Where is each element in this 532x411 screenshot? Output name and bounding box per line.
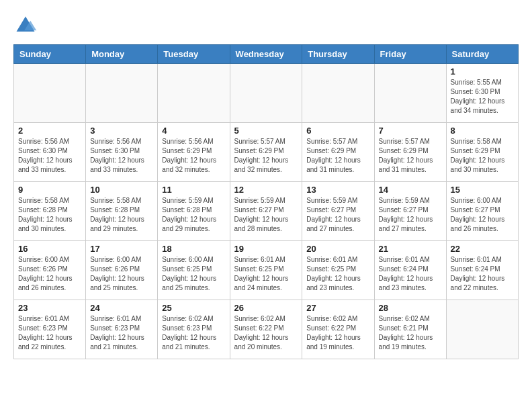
day-info: Sunrise: 6:01 AM Sunset: 6:24 PM Dayligh…	[379, 255, 442, 293]
day-number: 15	[451, 185, 514, 195]
logo-icon	[13, 13, 38, 38]
day-number: 20	[306, 244, 369, 254]
calendar-cell: 5Sunrise: 5:57 AM Sunset: 6:29 PM Daylig…	[230, 123, 302, 182]
day-info: Sunrise: 6:00 AM Sunset: 6:26 PM Dayligh…	[90, 255, 153, 293]
day-number: 7	[379, 126, 442, 136]
day-number: 16	[18, 244, 81, 254]
calendar-week-row-1: 1Sunrise: 5:55 AM Sunset: 6:30 PM Daylig…	[14, 64, 519, 123]
calendar-cell: 2Sunrise: 5:56 AM Sunset: 6:30 PM Daylig…	[14, 123, 86, 182]
day-number: 19	[234, 244, 298, 254]
day-info: Sunrise: 6:00 AM Sunset: 6:25 PM Dayligh…	[162, 255, 225, 293]
calendar-cell: 10Sunrise: 5:58 AM Sunset: 6:28 PM Dayli…	[86, 182, 158, 241]
calendar-cell	[446, 300, 518, 359]
day-info: Sunrise: 6:01 AM Sunset: 6:23 PM Dayligh…	[90, 314, 153, 352]
day-number: 11	[162, 185, 225, 195]
calendar-cell: 16Sunrise: 6:00 AM Sunset: 6:26 PM Dayli…	[14, 241, 86, 300]
day-info: Sunrise: 5:56 AM Sunset: 6:29 PM Dayligh…	[162, 137, 225, 175]
day-info: Sunrise: 5:59 AM Sunset: 6:27 PM Dayligh…	[234, 196, 298, 234]
day-number: 4	[162, 126, 225, 136]
day-number: 14	[379, 185, 442, 195]
day-info: Sunrise: 5:56 AM Sunset: 6:30 PM Dayligh…	[90, 137, 153, 175]
calendar-cell	[374, 64, 446, 123]
calendar-cell: 13Sunrise: 5:59 AM Sunset: 6:27 PM Dayli…	[302, 182, 374, 241]
calendar-cell: 27Sunrise: 6:02 AM Sunset: 6:22 PM Dayli…	[302, 300, 374, 359]
day-info: Sunrise: 5:59 AM Sunset: 6:27 PM Dayligh…	[306, 196, 369, 234]
calendar-cell: 25Sunrise: 6:02 AM Sunset: 6:23 PM Dayli…	[158, 300, 230, 359]
calendar-cell: 1Sunrise: 5:55 AM Sunset: 6:30 PM Daylig…	[446, 64, 518, 123]
day-number: 6	[306, 126, 369, 136]
calendar-week-row-5: 23Sunrise: 6:01 AM Sunset: 6:23 PM Dayli…	[14, 300, 519, 359]
day-info: Sunrise: 5:59 AM Sunset: 6:28 PM Dayligh…	[162, 196, 225, 234]
calendar-cell: 24Sunrise: 6:01 AM Sunset: 6:23 PM Dayli…	[86, 300, 158, 359]
weekday-header-sunday: Sunday	[14, 45, 86, 64]
calendar-cell: 11Sunrise: 5:59 AM Sunset: 6:28 PM Dayli…	[158, 182, 230, 241]
weekday-header-saturday: Saturday	[446, 45, 518, 64]
day-info: Sunrise: 5:56 AM Sunset: 6:30 PM Dayligh…	[18, 137, 81, 175]
day-number: 8	[451, 126, 514, 136]
day-number: 18	[162, 244, 225, 254]
day-info: Sunrise: 5:57 AM Sunset: 6:29 PM Dayligh…	[234, 137, 298, 175]
day-info: Sunrise: 5:57 AM Sunset: 6:29 PM Dayligh…	[306, 137, 369, 175]
calendar-cell	[14, 64, 86, 123]
day-number: 22	[451, 244, 514, 254]
logo	[13, 13, 42, 38]
calendar-cell	[158, 64, 230, 123]
weekday-header-wednesday: Wednesday	[230, 45, 302, 64]
day-number: 28	[379, 303, 442, 313]
calendar-cell	[230, 64, 302, 123]
day-number: 25	[162, 303, 225, 313]
header	[13, 13, 519, 38]
day-number: 2	[18, 126, 81, 136]
calendar-cell: 17Sunrise: 6:00 AM Sunset: 6:26 PM Dayli…	[86, 241, 158, 300]
calendar-week-row-2: 2Sunrise: 5:56 AM Sunset: 6:30 PM Daylig…	[14, 123, 519, 182]
calendar-cell: 26Sunrise: 6:02 AM Sunset: 6:22 PM Dayli…	[230, 300, 302, 359]
calendar-cell: 20Sunrise: 6:01 AM Sunset: 6:25 PM Dayli…	[302, 241, 374, 300]
day-info: Sunrise: 5:58 AM Sunset: 6:28 PM Dayligh…	[90, 196, 153, 234]
calendar-cell	[86, 64, 158, 123]
weekday-header-friday: Friday	[374, 45, 446, 64]
day-info: Sunrise: 6:02 AM Sunset: 6:21 PM Dayligh…	[379, 314, 442, 352]
day-info: Sunrise: 5:57 AM Sunset: 6:29 PM Dayligh…	[379, 137, 442, 175]
calendar-cell: 12Sunrise: 5:59 AM Sunset: 6:27 PM Dayli…	[230, 182, 302, 241]
day-info: Sunrise: 6:01 AM Sunset: 6:25 PM Dayligh…	[306, 255, 369, 293]
day-number: 27	[306, 303, 369, 313]
day-info: Sunrise: 6:02 AM Sunset: 6:23 PM Dayligh…	[162, 314, 225, 352]
day-info: Sunrise: 5:59 AM Sunset: 6:27 PM Dayligh…	[379, 196, 442, 234]
weekday-header-monday: Monday	[86, 45, 158, 64]
weekday-header-tuesday: Tuesday	[158, 45, 230, 64]
day-number: 12	[234, 185, 298, 195]
calendar-table: SundayMondayTuesdayWednesdayThursdayFrid…	[13, 44, 519, 359]
calendar-cell: 19Sunrise: 6:01 AM Sunset: 6:25 PM Dayli…	[230, 241, 302, 300]
day-info: Sunrise: 6:01 AM Sunset: 6:25 PM Dayligh…	[234, 255, 298, 293]
day-number: 21	[379, 244, 442, 254]
day-number: 5	[234, 126, 298, 136]
day-info: Sunrise: 6:02 AM Sunset: 6:22 PM Dayligh…	[234, 314, 298, 352]
calendar-week-row-3: 9Sunrise: 5:58 AM Sunset: 6:28 PM Daylig…	[14, 182, 519, 241]
day-number: 24	[90, 303, 153, 313]
day-info: Sunrise: 6:00 AM Sunset: 6:26 PM Dayligh…	[18, 255, 81, 293]
weekday-header-row: SundayMondayTuesdayWednesdayThursdayFrid…	[14, 45, 519, 64]
day-number: 17	[90, 244, 153, 254]
day-number: 10	[90, 185, 153, 195]
calendar-cell: 22Sunrise: 6:01 AM Sunset: 6:24 PM Dayli…	[446, 241, 518, 300]
day-number: 23	[18, 303, 81, 313]
calendar-cell: 4Sunrise: 5:56 AM Sunset: 6:29 PM Daylig…	[158, 123, 230, 182]
day-info: Sunrise: 5:58 AM Sunset: 6:28 PM Dayligh…	[18, 196, 81, 234]
day-info: Sunrise: 5:58 AM Sunset: 6:29 PM Dayligh…	[451, 137, 514, 175]
day-info: Sunrise: 6:00 AM Sunset: 6:27 PM Dayligh…	[451, 196, 514, 234]
calendar-cell: 8Sunrise: 5:58 AM Sunset: 6:29 PM Daylig…	[446, 123, 518, 182]
day-info: Sunrise: 6:01 AM Sunset: 6:23 PM Dayligh…	[18, 314, 81, 352]
calendar-cell: 9Sunrise: 5:58 AM Sunset: 6:28 PM Daylig…	[14, 182, 86, 241]
calendar-cell: 14Sunrise: 5:59 AM Sunset: 6:27 PM Dayli…	[374, 182, 446, 241]
day-number: 26	[234, 303, 298, 313]
calendar-cell: 28Sunrise: 6:02 AM Sunset: 6:21 PM Dayli…	[374, 300, 446, 359]
calendar-cell: 3Sunrise: 5:56 AM Sunset: 6:30 PM Daylig…	[86, 123, 158, 182]
day-number: 9	[18, 185, 81, 195]
day-number: 1	[451, 66, 514, 77]
calendar-cell	[302, 64, 374, 123]
day-info: Sunrise: 6:02 AM Sunset: 6:22 PM Dayligh…	[306, 314, 369, 352]
day-info: Sunrise: 5:55 AM Sunset: 6:30 PM Dayligh…	[451, 78, 514, 116]
calendar-cell: 15Sunrise: 6:00 AM Sunset: 6:27 PM Dayli…	[446, 182, 518, 241]
weekday-header-thursday: Thursday	[302, 45, 374, 64]
calendar-cell: 21Sunrise: 6:01 AM Sunset: 6:24 PM Dayli…	[374, 241, 446, 300]
